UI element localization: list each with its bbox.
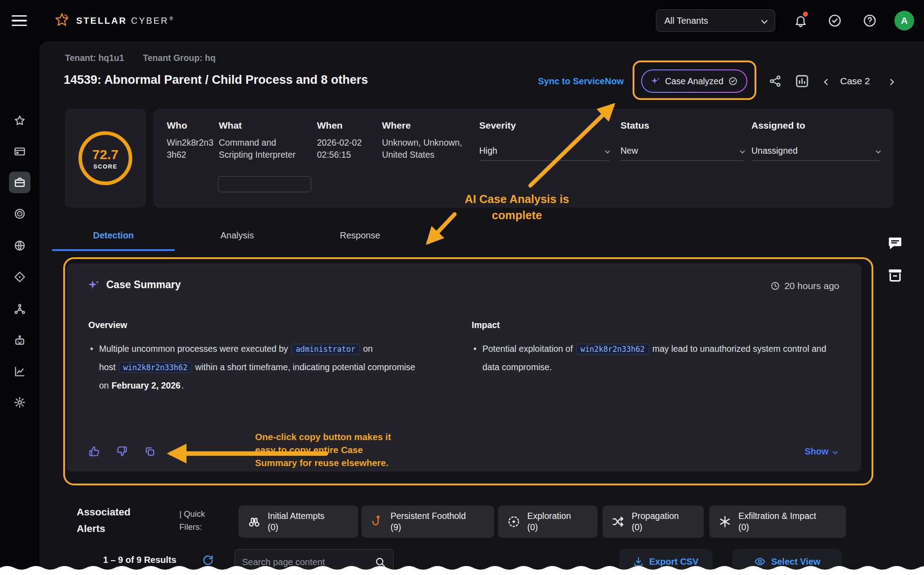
sidebar-item-target-icon[interactable] xyxy=(9,266,30,288)
tenant-label: Tenant: hq1u1 xyxy=(65,53,124,63)
filter-count: (0) xyxy=(738,522,816,533)
who-label: Who xyxy=(167,120,187,131)
severity-select[interactable]: High xyxy=(479,141,609,161)
case-summary-timestamp: 20 hours ago xyxy=(770,281,839,291)
tab-detection[interactable]: Detection xyxy=(52,230,175,241)
case-analyzed-button[interactable]: Case Analyzed xyxy=(641,69,747,93)
sidebar-item-graph-icon[interactable] xyxy=(9,298,30,320)
impact-heading: Impact xyxy=(472,320,500,330)
thumbs-up-icon[interactable] xyxy=(88,445,100,457)
assigned-value: Unassigned xyxy=(751,146,798,156)
what-edit-field[interactable] xyxy=(218,176,311,192)
results-count: 1 – 9 of 9 Results xyxy=(103,555,176,565)
sidebar-item-assistant-icon[interactable] xyxy=(9,330,30,351)
filter-count: (0) xyxy=(632,522,679,533)
active-tab-indicator xyxy=(52,249,175,251)
page-title: 14539: Abnormal Parent / Child Process a… xyxy=(64,73,368,87)
impact-bullet: Potential exploitation ofwin2k8r2n33h62m… xyxy=(472,340,844,376)
tab-response[interactable]: Response xyxy=(299,230,421,241)
host-chip: win2k8r2n33h62 xyxy=(119,362,192,373)
score-value: 72.7 xyxy=(92,147,118,162)
overview-list: Multiple uncommon processes were execute… xyxy=(88,340,447,394)
chevron-down-icon xyxy=(740,148,745,153)
status-label: Status xyxy=(620,120,649,131)
avatar-letter: A xyxy=(901,15,907,26)
show-toggle[interactable]: Show xyxy=(805,446,837,457)
notification-dot xyxy=(803,12,808,17)
where-value: Unknown, Unknown, United States xyxy=(382,137,467,161)
topbar: STELLARCYBER® All Tenants A xyxy=(0,0,924,41)
next-case-chevron-icon[interactable] xyxy=(889,78,893,86)
stellar-logo-icon xyxy=(53,12,71,30)
tab-analysis[interactable]: Analysis xyxy=(176,230,299,241)
filter-label: Persistent Foothold xyxy=(390,510,466,522)
archive-panel-icon[interactable] xyxy=(887,267,903,283)
copy-icon[interactable] xyxy=(144,445,156,457)
overview-heading: Overview xyxy=(88,320,127,330)
status-value: New xyxy=(620,146,638,156)
associated-alerts-title: Associated Alerts xyxy=(77,504,153,537)
severity-value: High xyxy=(479,146,497,156)
what-value: Command and Scripting Interpreter xyxy=(219,137,296,161)
who-value: Win2k8r2n33h62 xyxy=(167,137,217,161)
tenant-group-label: Tenant Group: hq xyxy=(143,53,216,63)
sidebar-item-star-icon[interactable] xyxy=(9,110,30,131)
filter-count: (0) xyxy=(268,522,325,533)
thumbs-down-icon[interactable] xyxy=(116,445,128,457)
when-value: 2026-02-02 02:56:15 xyxy=(317,137,362,161)
status-select[interactable]: New xyxy=(620,141,744,161)
clock-icon xyxy=(770,281,780,291)
quick-filters-label: | Quick Filers: xyxy=(179,507,224,533)
timestamp-text: 20 hours ago xyxy=(784,281,839,291)
select-view-button[interactable]: Select View xyxy=(733,549,842,574)
refresh-icon[interactable] xyxy=(202,554,214,566)
share-icon[interactable] xyxy=(768,74,782,88)
compass-icon xyxy=(507,515,521,528)
host-chip: win2k8r2n33h62 xyxy=(576,344,649,355)
filter-propagation[interactable]: Propagation(0) xyxy=(603,506,704,538)
sidebar-item-reports-icon[interactable] xyxy=(9,361,30,382)
hook-icon xyxy=(370,515,384,528)
filter-persistent-foothold[interactable]: Persistent Foothold(9) xyxy=(361,506,494,538)
tenant-selector-value: All Tenants xyxy=(664,16,708,26)
sidebar-item-settings-icon[interactable] xyxy=(9,392,30,413)
sidebar-item-globe-icon[interactable] xyxy=(9,235,30,256)
filter-exfiltration-impact[interactable]: Exfiltration & Impact(0) xyxy=(709,506,846,538)
what-label: What xyxy=(219,120,242,131)
show-label: Show xyxy=(805,446,829,457)
overview-text-1: Multiple uncommon processes were execute… xyxy=(99,344,288,354)
tenant-selector[interactable]: All Tenants xyxy=(656,9,775,32)
sidebar-item-card-icon[interactable] xyxy=(9,141,30,162)
filter-initial-attempts[interactable]: Initial Attempts(0) xyxy=(239,506,358,538)
menu-icon[interactable] xyxy=(12,15,29,26)
tasks-check-icon[interactable] xyxy=(825,11,845,30)
overview-text-4: . xyxy=(182,380,184,390)
assigned-select[interactable]: Unassigned xyxy=(751,141,880,161)
sync-to-servicenow-link[interactable]: Sync to ServiceNow xyxy=(538,76,624,86)
ai-sparkle-icon xyxy=(87,279,100,291)
previous-case-chevron-icon[interactable] xyxy=(825,78,829,86)
where-label: Where xyxy=(382,120,411,131)
sidebar-item-records-icon[interactable] xyxy=(9,203,30,225)
chevron-down-icon xyxy=(876,148,881,153)
comments-panel-icon[interactable] xyxy=(887,234,903,253)
filter-exploration[interactable]: Exploration(0) xyxy=(498,506,598,538)
sidebar xyxy=(0,41,39,575)
case-summary-card: Case Summary 20 hours ago Overview Multi… xyxy=(67,264,861,471)
search-input[interactable] xyxy=(242,557,370,567)
stats-icon[interactable] xyxy=(794,73,810,89)
help-icon[interactable] xyxy=(860,11,880,30)
brand-secondary: CYBER xyxy=(131,16,169,26)
notifications-bell-icon[interactable] xyxy=(791,11,811,30)
shuffle-arrows-icon xyxy=(612,515,625,528)
filter-count: (9) xyxy=(390,522,466,533)
avatar[interactable]: A xyxy=(894,11,914,30)
filter-label: Initial Attempts xyxy=(268,510,325,522)
ai-sparkle-icon xyxy=(651,76,660,86)
sidebar-item-cases-icon[interactable] xyxy=(9,172,30,193)
overview-date: February 2, 2026 xyxy=(112,380,181,390)
brand-logo: STELLARCYBER® xyxy=(53,12,174,30)
case-summary-title: Case Summary xyxy=(106,279,181,291)
case-analyzed-label: Case Analyzed xyxy=(665,76,723,86)
export-csv-button[interactable]: Export CSV xyxy=(619,549,712,574)
